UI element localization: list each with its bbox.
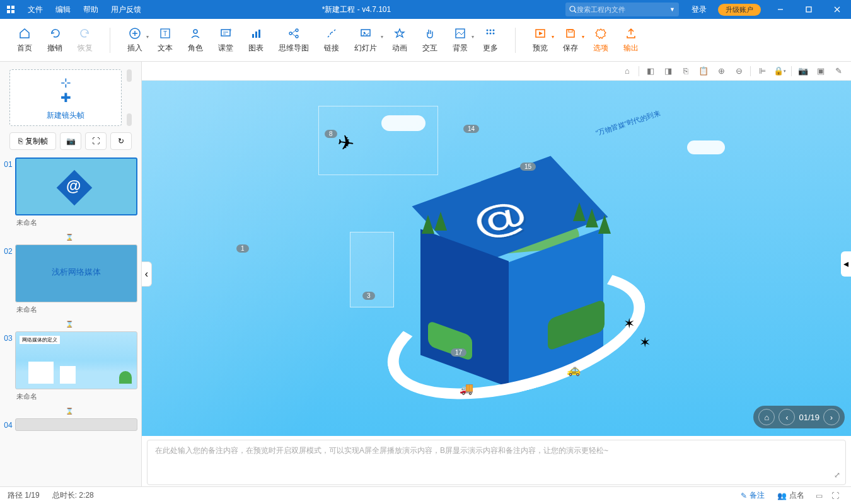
- transition-icon[interactable]: ⌛: [1, 234, 137, 241]
- scroll-up[interactable]: [127, 69, 132, 82]
- toolbar: 首页 撤销 恢复 插入▾ T文本 角色 +课堂 图表 思维导图 链接 幻灯片▾ …: [0, 19, 851, 62]
- canvas-tool-2[interactable]: ◨: [662, 65, 674, 77]
- svg-point-25: [296, 35, 298, 38]
- interaction-button[interactable]: 交互: [415, 24, 445, 56]
- thumbnail-item[interactable]: 03 网络媒体的定义 未命名: [1, 331, 137, 404]
- search-box[interactable]: ▼: [565, 3, 679, 16]
- remark-button[interactable]: ✎备注: [734, 490, 771, 501]
- svg-point-31: [487, 30, 489, 32]
- refresh-button[interactable]: ↻: [110, 132, 132, 150]
- canvas-tool-4[interactable]: 📋: [697, 65, 710, 77]
- menu-help[interactable]: 帮助: [77, 0, 105, 19]
- zoom-out-button[interactable]: ⊖: [732, 65, 745, 77]
- svg-point-24: [296, 29, 298, 32]
- thumbnail-item[interactable]: 02 浅析网络媒体 未命名: [1, 244, 137, 317]
- marker[interactable]: 3: [362, 292, 375, 300]
- thumbnail-item[interactable]: 04: [1, 418, 137, 431]
- copy-frame-button[interactable]: ⎘复制帧: [9, 132, 56, 150]
- right-panel-toggle[interactable]: ◂: [841, 251, 851, 277]
- slide-button[interactable]: 幻灯片▾: [347, 24, 385, 56]
- svg-line-26: [292, 30, 296, 33]
- marker[interactable]: 15: [520, 163, 536, 171]
- classroom-button[interactable]: +课堂: [211, 24, 241, 56]
- home-view-button[interactable]: ⌂: [621, 65, 634, 77]
- camera-canvas-button[interactable]: 📷: [797, 65, 809, 77]
- edit-button[interactable]: ✎: [832, 65, 845, 77]
- search-input[interactable]: [577, 6, 669, 13]
- close-button[interactable]: [823, 0, 851, 19]
- home-button[interactable]: 首页: [9, 24, 40, 56]
- transition-icon[interactable]: ⌛: [1, 321, 137, 328]
- status-layout-button[interactable]: ▭: [811, 490, 827, 502]
- svg-rect-7: [806, 7, 811, 12]
- animation-button[interactable]: 动画: [385, 24, 415, 56]
- nav-prev-button[interactable]: ‹: [779, 409, 795, 425]
- svg-point-23: [289, 32, 292, 35]
- page-nav: ⌂ ‹ 01/19 ›: [753, 406, 845, 428]
- expand-icon[interactable]: ⤢: [834, 471, 840, 479]
- notes-input[interactable]: 在此处输入您的备注内容，在预览时开启双屏模式，可以实现A屏全屏播放演示内容，B屏…: [147, 440, 846, 485]
- nav-next-button[interactable]: ›: [823, 409, 840, 425]
- nav-home-button[interactable]: ⌂: [758, 409, 775, 425]
- status-fullscreen-button[interactable]: ⛶: [827, 490, 843, 502]
- thumbnail-item[interactable]: 01 @ 未命名: [1, 158, 137, 230]
- background-button[interactable]: 背景▾: [445, 24, 475, 56]
- maximize-button[interactable]: [794, 0, 823, 19]
- marker[interactable]: 8: [325, 130, 337, 138]
- roll-call-button[interactable]: 👥点名: [771, 490, 811, 501]
- more-button[interactable]: 更多: [475, 24, 506, 56]
- new-frame-button[interactable]: ⊹✚ 新建镜头帧: [9, 69, 122, 126]
- canvas-tool-1[interactable]: ◧: [644, 65, 657, 77]
- statusbar: 路径 1/19 总时长: 2:28 ✎备注 👥点名 ▭ ⛶: [0, 486, 851, 504]
- board-icon: +: [219, 26, 233, 40]
- fullscreen-button[interactable]: ⛶: [85, 132, 107, 150]
- layers-button[interactable]: ▣: [814, 65, 827, 77]
- upgrade-button[interactable]: 升级账户: [718, 4, 761, 16]
- app-icon: [5, 4, 16, 15]
- scroll-down[interactable]: [127, 113, 132, 126]
- lock-button[interactable]: 🔒▾: [773, 65, 786, 77]
- marker[interactable]: 1: [236, 244, 249, 253]
- link-icon: [325, 26, 339, 40]
- save-button[interactable]: 保存▾: [555, 24, 586, 56]
- insert-button[interactable]: 插入▾: [120, 24, 150, 56]
- canvas-viewport[interactable]: ◂ ✈ @: [142, 81, 851, 436]
- sidebar-collapse-button[interactable]: ‹: [142, 261, 152, 287]
- transition-icon[interactable]: ⌛: [1, 408, 137, 415]
- camera-button[interactable]: 📷: [60, 132, 81, 150]
- redo-button[interactable]: 恢复: [70, 24, 100, 56]
- marker[interactable]: 17: [451, 348, 466, 357]
- note-icon: ✎: [741, 491, 747, 500]
- undo-button[interactable]: 撤销: [40, 24, 70, 56]
- preview-button[interactable]: 预览▾: [525, 24, 555, 56]
- svg-rect-20: [252, 34, 254, 38]
- text-button[interactable]: T文本: [150, 24, 180, 56]
- svg-point-4: [570, 6, 575, 11]
- svg-point-36: [493, 33, 495, 35]
- role-button[interactable]: 角色: [180, 24, 211, 56]
- minimize-button[interactable]: [766, 0, 794, 19]
- menu-edit[interactable]: 编辑: [49, 0, 77, 19]
- zoom-in-button[interactable]: ⊕: [715, 65, 727, 77]
- link-button[interactable]: 链接: [316, 24, 347, 56]
- svg-rect-22: [258, 30, 260, 38]
- mindmap-button[interactable]: 思维导图: [271, 24, 316, 56]
- marker[interactable]: 14: [463, 125, 479, 133]
- chart-icon: [249, 26, 263, 40]
- mindmap-icon: [287, 26, 301, 40]
- redo-icon: [78, 26, 92, 40]
- menu-feedback[interactable]: 用户反馈: [105, 0, 148, 19]
- align-button[interactable]: ⊫: [756, 65, 768, 77]
- sidebar: ⊹✚ 新建镜头帧 ⎘复制帧 📷 ⛶ ↻ 01 @ 未命名 ⌛: [0, 62, 142, 486]
- login-button[interactable]: 登录: [685, 0, 713, 19]
- frame-scroll: [127, 69, 132, 126]
- svg-line-27: [292, 33, 296, 37]
- chevron-down-icon[interactable]: ▼: [669, 6, 675, 13]
- options-button[interactable]: 选项: [586, 24, 616, 56]
- canvas-tool-3[interactable]: ⎘: [680, 65, 692, 77]
- thumbnail-list: 01 @ 未命名 ⌛ 02 浅析网络媒体 未命名 ⌛ 03 网络媒体的定: [0, 158, 141, 486]
- output-button[interactable]: 输出: [616, 24, 646, 56]
- duration-indicator: 总时长: 2:28: [52, 490, 94, 501]
- menu-file[interactable]: 文件: [21, 0, 49, 19]
- chart-button[interactable]: 图表: [241, 24, 271, 56]
